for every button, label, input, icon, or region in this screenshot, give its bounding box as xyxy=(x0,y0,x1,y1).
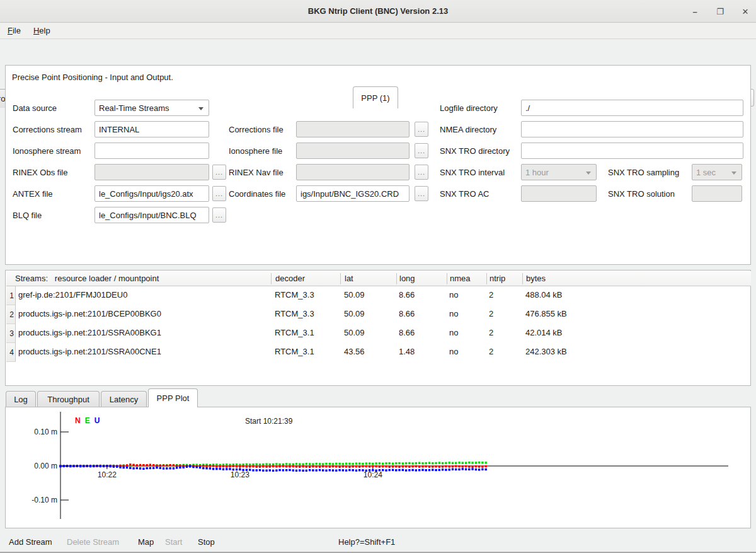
snx-tro-solution-label: SNX TRO solution xyxy=(608,189,675,199)
corrections-file-browse-button[interactable]: ... xyxy=(415,122,428,137)
chevron-down-icon xyxy=(586,172,591,175)
col-nmea: nmea xyxy=(450,274,471,283)
corrections-file-label: Corrections file xyxy=(229,125,284,134)
antex-label: ANTEX file xyxy=(13,189,53,199)
tab-ppp-plot[interactable]: PPP Plot xyxy=(148,388,198,407)
close-icon[interactable]: ✕ xyxy=(740,6,751,17)
rinex-nav-label: RINEX Nav file xyxy=(229,168,284,177)
data-source-combo[interactable]: Real-Time Streams xyxy=(94,100,209,116)
snx-tro-dir-label: SNX TRO directory xyxy=(440,146,510,156)
cell-long: 8.66 xyxy=(399,328,415,337)
chevron-down-icon xyxy=(731,172,736,175)
corrections-stream-label: Corrections stream xyxy=(13,125,82,134)
cell-bytes: 242.303 kB xyxy=(525,347,567,356)
snx-tro-interval-value: 1 hour xyxy=(525,168,549,177)
maximize-icon[interactable]: ❐ xyxy=(714,6,726,17)
col-ntrip: ntrip xyxy=(490,274,505,283)
cell-lat: 43.56 xyxy=(344,347,365,356)
col-mountpoint: Streams: resource loader / mountpoint xyxy=(15,274,159,283)
plot-start-annotation: Start 10:21:39 xyxy=(245,417,292,426)
cell-decoder: RTCM_3.3 xyxy=(275,290,314,300)
tab-latency[interactable]: Latency xyxy=(101,391,147,407)
col-long: long xyxy=(399,274,415,283)
col-decoder: decoder xyxy=(275,274,305,283)
nmea-dir-input[interactable] xyxy=(521,121,743,137)
cell-lat: 50.09 xyxy=(344,290,365,300)
ionosphere-file-browse-button[interactable]: ... xyxy=(415,143,428,158)
cell-mountpoint: products.igs-ip.net:2101/SSRA00BKG1 xyxy=(18,328,161,337)
panel-heading: Precise Point Positioning - Input and Ou… xyxy=(12,73,173,82)
tab-log[interactable]: Log xyxy=(6,391,36,407)
x-tick-label: 10:24 xyxy=(359,470,387,479)
y-tick-label: 0.10 m xyxy=(20,428,57,436)
tab-ppp-1[interactable]: PPP (1) xyxy=(353,86,398,108)
data-source-value: Real-Time Streams xyxy=(99,103,169,113)
blq-browse-button[interactable]: ... xyxy=(212,207,226,223)
cell-long: 8.66 xyxy=(399,309,415,318)
x-tick-label: 10:22 xyxy=(93,470,121,479)
cell-long: 1.48 xyxy=(399,347,415,356)
add-stream-button[interactable]: Add Stream xyxy=(9,537,52,547)
stop-button[interactable]: Stop xyxy=(198,537,215,547)
data-source-label: Data source xyxy=(13,103,57,113)
ionosphere-file-label: Ionosphere file xyxy=(229,146,282,156)
menu-bar: File Help xyxy=(0,23,756,39)
snx-tro-ac-label: SNX TRO AC xyxy=(440,189,490,199)
title-bar[interactable]: BKG Ntrip Client (BNC) Version 2.13 – ❐ … xyxy=(0,0,756,23)
snx-tro-sampling-value: 1 sec xyxy=(696,168,716,177)
menu-help[interactable]: Help xyxy=(33,25,54,37)
ionosphere-file-input xyxy=(296,143,410,159)
snx-tro-dir-input[interactable] xyxy=(521,143,743,159)
snx-tro-sampling-combo: 1 sec xyxy=(692,164,742,180)
cell-nmea: no xyxy=(449,347,458,356)
antex-input[interactable] xyxy=(94,185,209,202)
y-tick-label: 0.00 m xyxy=(20,462,57,470)
cell-lat: 50.09 xyxy=(344,328,365,337)
plot-legend: NEU xyxy=(75,416,100,425)
corrections-file-input xyxy=(296,121,410,137)
cell-mountpoint: products.igs-ip.net:2101/BCEP00BKG0 xyxy=(18,309,161,318)
cell-decoder: RTCM_3.3 xyxy=(275,309,314,318)
rinex-obs-label: RINEX Obs file xyxy=(13,168,67,177)
streams-table-header: Streams: resource loader / mountpoint de… xyxy=(6,271,751,286)
map-button[interactable]: Map xyxy=(138,537,154,547)
ionosphere-stream-input[interactable] xyxy=(94,143,209,159)
col-lat: lat xyxy=(345,274,353,283)
menu-file[interactable]: File xyxy=(8,25,25,37)
cell-ntrip: 2 xyxy=(489,328,493,337)
coordinates-file-browse-button[interactable]: ... xyxy=(415,186,428,201)
rinex-nav-browse-button[interactable]: ... xyxy=(415,165,428,180)
snx-tro-interval-label: SNX TRO interval xyxy=(440,168,505,177)
cell-nmea: no xyxy=(449,309,458,318)
coordinates-file-input[interactable] xyxy=(296,185,410,202)
cell-ntrip: 2 xyxy=(489,347,493,356)
cell-long: 8.66 xyxy=(399,290,415,300)
antex-browse-button[interactable]: ... xyxy=(212,186,226,201)
minimize-icon[interactable]: – xyxy=(689,6,701,17)
delete-stream-button: Delete Stream xyxy=(67,537,119,547)
rinex-obs-browse-button[interactable]: ... xyxy=(212,165,226,180)
start-button: Start xyxy=(165,537,182,547)
plot-legend-item: U xyxy=(94,416,100,425)
plot-legend-item: N xyxy=(75,416,81,425)
window-controls: – ❐ ✕ xyxy=(689,0,751,23)
row-header: 2 xyxy=(6,305,16,324)
cell-bytes: 488.04 kB xyxy=(525,290,563,300)
nmea-dir-label: NMEA directory xyxy=(440,125,496,134)
cell-ntrip: 2 xyxy=(489,309,493,318)
cell-nmea: no xyxy=(449,290,458,300)
chevron-down-icon xyxy=(198,107,203,110)
status-bar: Add Stream Delete Stream Map Start Stop … xyxy=(0,532,756,553)
row-header: 1 xyxy=(6,286,16,305)
cell-bytes: 476.855 kB xyxy=(525,309,567,318)
logfile-dir-input[interactable] xyxy=(521,100,743,116)
blq-input[interactable] xyxy=(94,207,209,223)
corrections-stream-input[interactable] xyxy=(94,121,209,137)
cell-decoder: RTCM_3.1 xyxy=(275,347,314,356)
ionosphere-stream-label: Ionosphere stream xyxy=(13,146,81,156)
tab-throughput[interactable]: Throughput xyxy=(37,391,100,407)
snx-tro-solution-input xyxy=(692,185,742,202)
row-header: 3 xyxy=(6,324,16,343)
cell-ntrip: 2 xyxy=(489,290,493,300)
y-tick-label: -0.10 m xyxy=(20,496,57,504)
